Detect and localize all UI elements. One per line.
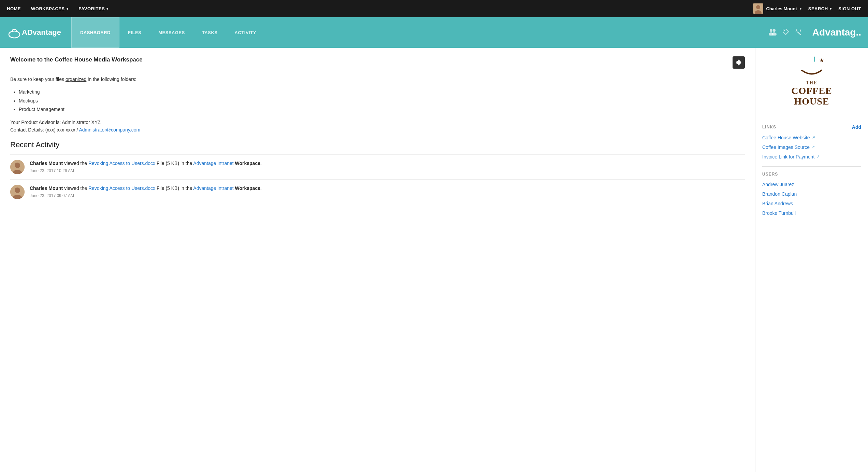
workspace-title: Advantag.. — [812, 27, 861, 38]
activity-user: Charles Mount — [30, 185, 63, 191]
tools-icon[interactable] — [795, 28, 802, 37]
sidebar-user-3[interactable]: Brooke Turnbull — [762, 210, 861, 216]
welcome-body: Be sure to keep your files organized in … — [10, 75, 745, 134]
activity-user: Charles Mount — [30, 161, 63, 166]
svg-point-1 — [756, 5, 760, 9]
search-arrow-icon: ▾ — [830, 7, 832, 11]
svg-point-3 — [9, 31, 20, 38]
users-section-title: USERS — [762, 172, 778, 177]
links-section: LINKS Add Coffee House Website ↗ Coffee … — [762, 124, 861, 159]
nav-favorites[interactable]: FAVORITES ▾ — [78, 6, 108, 11]
activity-item-2: Charles Mount viewed the Revoking Access… — [10, 179, 745, 204]
workspace-header: ADvantage DASHBOARD FILES MESSAGES TASKS… — [0, 17, 868, 48]
avatar — [753, 3, 763, 14]
user-dropdown-icon: ▾ — [800, 7, 801, 11]
svg-point-5 — [773, 29, 776, 32]
gear-icon — [736, 59, 742, 66]
welcome-text-1: Be sure to keep your files — [10, 77, 64, 82]
links-section-header: LINKS Add — [762, 124, 861, 131]
list-item: Mockups — [19, 97, 745, 105]
logo-icon — [7, 25, 22, 40]
external-link-icon: ↗ — [812, 135, 815, 140]
welcome-header: Welcome to the Coffee House Media Worksp… — [10, 56, 745, 69]
nav-signout[interactable]: SIGN OUT — [838, 6, 861, 11]
settings-button[interactable] — [733, 56, 745, 69]
activity-item-1: Charles Mount viewed the Revoking Access… — [10, 154, 745, 179]
users-list: Andrew Juarez Brandon Caplan Brian Andre… — [762, 182, 861, 216]
sidebar-user-2[interactable]: Brian Andrews — [762, 201, 861, 206]
avatar — [10, 160, 25, 174]
workspace-tabs: DASHBOARD FILES MESSAGES TASKS ACTIVITY — [71, 17, 265, 48]
content-area: Welcome to the Coffee House Media Worksp… — [0, 48, 755, 472]
activity-workspace-link[interactable]: Advantage Intranet — [193, 161, 233, 166]
tag-icon[interactable] — [782, 28, 790, 37]
tab-dashboard[interactable]: DASHBOARD — [71, 17, 119, 48]
divider — [762, 166, 861, 167]
user-menu[interactable]: Charles Mount ▾ — [753, 3, 801, 14]
svg-point-12 — [15, 163, 20, 168]
activity-text: Charles Mount viewed the Revoking Access… — [30, 160, 745, 167]
divider — [762, 119, 861, 119]
users-section-header: USERS — [762, 172, 861, 178]
logo-area[interactable]: ADvantage — [7, 25, 61, 40]
tab-tasks[interactable]: TASKS — [193, 17, 226, 48]
users-section: USERS Andrew Juarez Brandon Caplan Brian… — [762, 172, 861, 216]
coffee-house-logo-svg: ★ — [791, 55, 832, 79]
svg-text:★: ★ — [819, 57, 824, 63]
welcome-text-2: in the following folders: — [88, 77, 136, 82]
tab-messages[interactable]: MESSAGES — [150, 17, 193, 48]
favorites-arrow-icon: ▾ — [106, 7, 108, 11]
list-item: Product Management — [19, 106, 745, 113]
logo-text: ADvantage — [22, 28, 61, 37]
external-link-icon: ↗ — [816, 154, 820, 159]
nav-workspaces[interactable]: WORKSPACES ▾ — [31, 6, 68, 11]
activity-workspace-link[interactable]: Advantage Intranet — [193, 185, 233, 191]
svg-point-4 — [770, 29, 772, 32]
welcome-organized: organized — [66, 77, 87, 82]
svg-point-8 — [784, 30, 785, 31]
avatar — [10, 185, 25, 199]
list-item: Marketing — [19, 88, 745, 96]
links-section-title: LINKS — [762, 125, 776, 129]
recent-activity-title: Recent Activity — [10, 140, 745, 149]
advisor-line: Your Product Advisor is: Administrator X… — [10, 120, 101, 125]
activity-file-link[interactable]: Revoking Access to Users.docx — [88, 161, 155, 166]
activity-timestamp: June 23, 2017 09:07 AM — [30, 193, 745, 198]
nav-home[interactable]: HOME — [7, 6, 21, 11]
sidebar-link-1[interactable]: Coffee Images Source ↗ — [762, 144, 861, 150]
sidebar-link-0[interactable]: Coffee House Website ↗ — [762, 135, 861, 140]
people-icon[interactable] — [768, 28, 777, 37]
welcome-title: Welcome to the Coffee House Media Worksp… — [10, 56, 143, 63]
user-name-label: Charles Mount — [766, 6, 797, 11]
contact-email-link[interactable]: Admnistrator@company.com — [79, 127, 141, 133]
activity-text: Charles Mount viewed the Revoking Access… — [30, 185, 745, 192]
folders-list: Marketing Mockups Product Management — [19, 88, 745, 113]
add-link-button[interactable]: Add — [852, 124, 861, 130]
top-navigation: HOME WORKSPACES ▾ FAVORITES ▾ Charles Mo… — [0, 0, 868, 17]
nav-search[interactable]: SEARCH ▾ — [808, 6, 831, 11]
sidebar-logo: ★ THE COFFEEHOUSE — [762, 55, 861, 112]
activity-file-link[interactable]: Revoking Access to Users.docx — [88, 185, 155, 191]
links-list: Coffee House Website ↗ Coffee Images Sou… — [762, 135, 861, 159]
svg-point-15 — [15, 188, 20, 193]
activity-timestamp: June 23, 2017 10:26 AM — [30, 168, 745, 173]
main-container: Welcome to the Coffee House Media Worksp… — [0, 48, 868, 472]
workspaces-arrow-icon: ▾ — [67, 7, 69, 11]
tab-files[interactable]: FILES — [119, 17, 150, 48]
sidebar-user-0[interactable]: Andrew Juarez — [762, 182, 861, 187]
contact-line: Contact Details: (xxx) xxx-xxxx / — [10, 127, 78, 133]
coffee-house-text: THE COFFEEHOUSE — [791, 80, 832, 107]
external-link-icon: ↗ — [812, 145, 815, 149]
sidebar: ★ THE COFFEEHOUSE LINKS Add Coffee House… — [755, 48, 868, 472]
tab-activity[interactable]: ACTIVITY — [226, 17, 265, 48]
workspace-icon-bar: Advantag.. — [768, 27, 861, 38]
svg-line-9 — [797, 32, 801, 35]
sidebar-user-1[interactable]: Brandon Caplan — [762, 191, 861, 197]
sidebar-link-2[interactable]: Invoice Link for Payment ↗ — [762, 154, 861, 159]
